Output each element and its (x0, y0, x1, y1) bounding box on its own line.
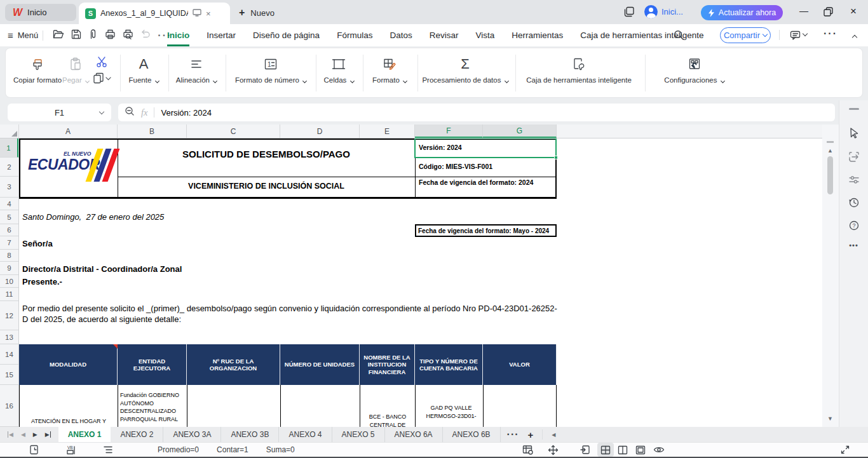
grid-view-icon[interactable] (597, 443, 614, 457)
fill-handle[interactable] (554, 156, 558, 159)
row-header-11[interactable]: 11 (0, 288, 18, 301)
hscroll-left-icon[interactable]: ◀ (552, 432, 555, 438)
more-sheets-icon[interactable]: ··· (507, 429, 519, 440)
cells-area[interactable]: EL NUEVO ECUADOR SOLICITUD DE DESEMBOLSO… (19, 138, 822, 427)
menu-item-dise-o-de-p-gina[interactable]: Diseño de página (253, 24, 320, 46)
scroll-down-icon[interactable]: ▼ (827, 415, 833, 422)
help-icon[interactable]: ? (848, 220, 860, 234)
copy-format-button[interactable]: Copiar formato (10, 48, 65, 97)
row-header-13[interactable]: 13 (0, 330, 18, 344)
fullscreen-icon[interactable] (840, 443, 850, 457)
last-sheet-icon[interactable]: ▶ (45, 431, 51, 438)
open-file-icon[interactable] (53, 29, 64, 42)
sidebar-more-icon[interactable]: ••• (849, 241, 858, 249)
menu-item-herramientas[interactable]: Herramientas (512, 24, 563, 46)
selection-pane-icon[interactable] (848, 151, 860, 165)
page-layout-view-icon[interactable] (635, 443, 646, 457)
sheet-tab-anexo-4[interactable]: ANEXO 4 (279, 427, 332, 442)
settings-menu[interactable]: Configuraciones (645, 48, 743, 97)
add-sheet-icon[interactable]: + (528, 429, 534, 440)
smart-toolbox-button[interactable]: Caja de herramientas inteligente (515, 48, 642, 97)
cut-icon[interactable] (95, 56, 108, 70)
account-login[interactable]: Inici... (644, 5, 683, 18)
column-header-F[interactable]: F (415, 125, 483, 138)
zoom-formula-icon[interactable] (125, 106, 135, 119)
copy-icon[interactable] (93, 72, 111, 84)
sheet-tab-anexo-1[interactable]: ANEXO 1 (58, 427, 111, 442)
update-now-button[interactable]: Actualizar ahora (701, 5, 783, 20)
scroll-up-icon[interactable]: ▲ (827, 147, 833, 154)
reading-mode-icon[interactable] (653, 443, 665, 457)
collapse-ribbon-icon[interactable] (852, 35, 857, 40)
close-window-button[interactable]: × (850, 5, 857, 18)
home-tab[interactable]: W Inicio (5, 4, 76, 21)
new-document-button[interactable]: + Nuevo (239, 5, 275, 20)
prev-sheet-icon[interactable]: ◀ (21, 431, 25, 438)
sheet-tab-anexo-2[interactable]: ANEXO 2 (111, 427, 163, 442)
vertical-scrollbar[interactable]: ▲ ▼ (822, 125, 839, 427)
row-header-16[interactable]: 16 (0, 385, 18, 427)
format-menu[interactable]: Formato (363, 48, 416, 97)
adjust-settings-icon[interactable] (848, 174, 860, 188)
cell-mode-icon[interactable] (29, 443, 39, 457)
table-tools-icon[interactable] (522, 443, 534, 457)
menu-button[interactable]: Menú (18, 30, 39, 40)
tab-manager-icon[interactable] (624, 6, 635, 20)
column-header-A[interactable]: A (19, 125, 118, 138)
alignment-menu[interactable]: Alineación (168, 48, 224, 97)
selected-cell-F1[interactable] (414, 138, 557, 158)
select-all-corner[interactable] (0, 125, 19, 138)
menu-item-vista[interactable]: Vista (475, 24, 494, 46)
share-button[interactable]: Compartir (720, 27, 771, 43)
row-header-2[interactable]: 2 (0, 158, 18, 177)
outline-icon[interactable] (103, 443, 113, 457)
export-pdf-icon[interactable] (88, 29, 98, 42)
column-header-D[interactable]: D (280, 125, 360, 138)
column-header-G[interactable]: G (483, 125, 557, 138)
document-tab[interactable]: S Anexos_1_al_9_LIQUIDACIONE × (79, 3, 230, 24)
font-menu[interactable]: A Fuente (121, 48, 166, 97)
row-header-15[interactable]: 15 (0, 365, 18, 385)
history-icon[interactable] (848, 197, 860, 211)
sheet-tab-anexo-3a[interactable]: ANEXO 3A (163, 427, 221, 442)
data-processing-menu[interactable]: Σ Procesamiento de datos (417, 48, 513, 97)
row-header-5[interactable]: 5 (0, 210, 18, 224)
print-preview-icon[interactable] (123, 29, 133, 42)
column-header-E[interactable]: E (360, 125, 415, 138)
macro-icon[interactable]: VB (66, 443, 77, 457)
undo-icon[interactable] (140, 29, 151, 41)
menu-item-caja-de-herramientas-inteligente[interactable]: Caja de herramientas inteligente (580, 24, 703, 46)
search-icon[interactable] (674, 30, 684, 43)
next-sheet-icon[interactable]: ▶ (33, 431, 37, 438)
cells-menu[interactable]: Celdas (316, 48, 362, 97)
cell-name-box[interactable]: F1 (8, 104, 111, 121)
comment-icon[interactable] (790, 30, 801, 43)
row-header-3[interactable]: 3 (0, 177, 18, 198)
split-handle[interactable] (827, 141, 834, 143)
close-document-tab-icon[interactable]: × (206, 9, 211, 18)
restore-button[interactable] (824, 7, 833, 19)
column-header-C[interactable]: C (187, 125, 280, 138)
menu-item-f-rmulas[interactable]: Fórmulas (337, 24, 372, 46)
save-icon[interactable] (71, 29, 81, 42)
sheet-tab-anexo-6b[interactable]: ANEXO 6B (443, 427, 501, 442)
menu-item-datos[interactable]: Datos (390, 24, 412, 46)
pan-mode-icon[interactable] (548, 443, 559, 457)
formula-input[interactable]: fx Versión: 2024 (118, 104, 835, 121)
cursor-select-icon[interactable] (848, 127, 860, 141)
row-header-8[interactable]: 8 (0, 250, 18, 262)
present-on-screen-icon[interactable] (193, 9, 201, 18)
comment-chevron-icon[interactable] (803, 31, 808, 36)
minimize-button[interactable]: — (799, 6, 808, 16)
row-header-4[interactable]: 4 (0, 198, 18, 210)
row-header-6[interactable]: 6 (0, 224, 18, 236)
first-sheet-icon[interactable]: ◀ (8, 431, 13, 438)
page-break-view-icon[interactable] (618, 443, 628, 457)
row-header-12[interactable]: 12 (0, 301, 18, 330)
paste-button[interactable]: Pegar (62, 48, 90, 97)
more-menu-icon[interactable]: ··· (824, 28, 837, 39)
menu-item-revisar[interactable]: Revisar (430, 24, 459, 46)
row-header-1[interactable]: 1 (0, 138, 18, 158)
number-format-menu[interactable]: 1 Formato de número (226, 48, 316, 97)
column-header-B[interactable]: B (118, 125, 187, 138)
